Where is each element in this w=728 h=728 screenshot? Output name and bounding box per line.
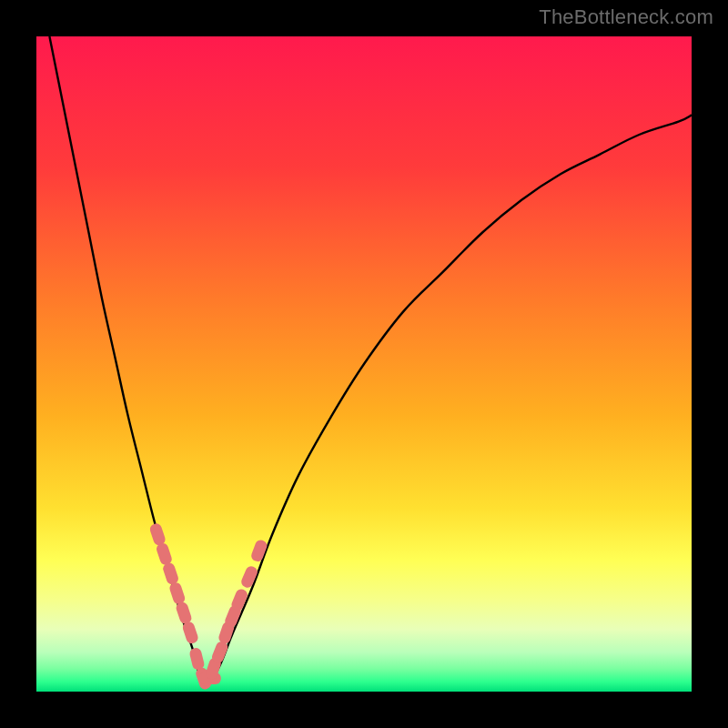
chart-svg — [36, 36, 692, 692]
watermark-text: TheBottleneck.com — [539, 5, 713, 29]
plot-area — [36, 36, 692, 692]
chart-frame: TheBottleneck.com — [0, 0, 728, 728]
